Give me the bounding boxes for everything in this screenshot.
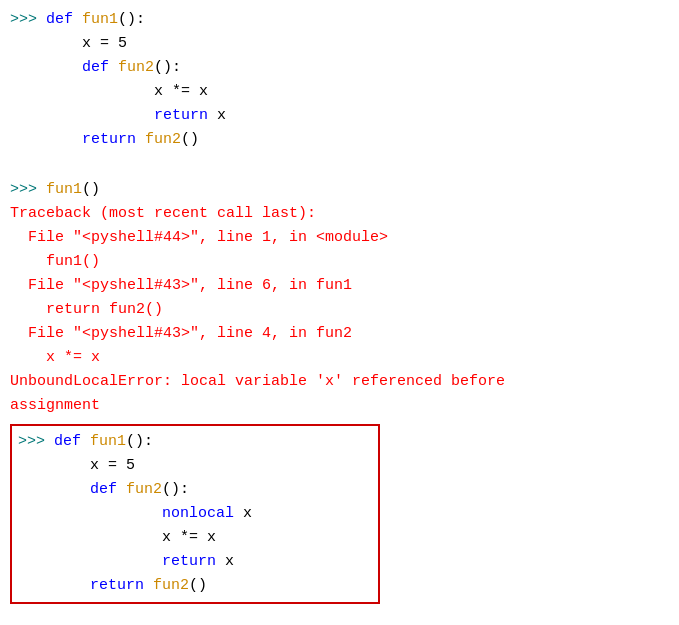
call-fun1: fun1	[46, 181, 82, 198]
kw-return1: return	[154, 107, 217, 124]
x-mul: x *= x	[154, 83, 208, 100]
kw-def2: def	[82, 59, 118, 76]
traceback-header: Traceback (most recent call last):	[10, 205, 316, 222]
code-result: >>> fun1() 25	[10, 610, 679, 625]
nl-x: x	[243, 505, 252, 522]
x-mul2: x *= x	[162, 529, 216, 546]
call-parens1: ()	[82, 181, 100, 198]
section-first-def: >>> def fun1(): x = 5 def fun2(): x *= x…	[10, 8, 679, 152]
section-highlighted: >>> def fun1(): x = 5 def fun2(): nonloc…	[10, 420, 679, 608]
fun2b-parens: ():	[162, 481, 189, 498]
traceback-call3: x *= x	[10, 349, 100, 366]
error-type: UnboundLocalError: local variable 'x' re…	[10, 373, 505, 390]
traceback-file3: File "<pyshell#43>", line 4, in fun2	[10, 325, 352, 342]
fn-fun2: fun2	[118, 59, 154, 76]
kw-nonlocal: nonlocal	[162, 505, 243, 522]
ret-x1: x	[217, 107, 226, 124]
traceback-call1: fun1()	[10, 253, 100, 270]
fn-fun1: fun1	[82, 11, 118, 28]
fun1-parens: ():	[118, 11, 145, 28]
kw-def4: def	[90, 481, 126, 498]
kw-return3: return	[162, 553, 225, 570]
traceback-file1: File "<pyshell#44>", line 1, in <module>	[10, 229, 388, 246]
prompt3: >>>	[18, 433, 54, 450]
ret-fun2b: fun2	[153, 577, 189, 594]
code-first-def: >>> def fun1(): x = 5 def fun2(): x *= x…	[10, 8, 679, 152]
traceback-call2: return fun2()	[10, 301, 163, 318]
prompt1: >>>	[10, 11, 46, 28]
fn-fun2b: fun2	[126, 481, 162, 498]
x-assign2: x = 5	[90, 457, 135, 474]
x-assign: x = 5	[82, 35, 127, 52]
fn-fun1b: fun1	[90, 433, 126, 450]
kw-def3: def	[54, 433, 90, 450]
kw-return4: return	[90, 577, 153, 594]
page-wrapper: >>> def fun1(): x = 5 def fun2(): x *= x…	[10, 8, 679, 625]
kw-def1: def	[46, 11, 82, 28]
highlighted-code-box: >>> def fun1(): x = 5 def fun2(): nonloc…	[10, 424, 380, 604]
ret-parens1: ()	[181, 131, 199, 148]
prompt2: >>>	[10, 181, 46, 198]
ret-x2: x	[225, 553, 234, 570]
kw-return2: return	[82, 131, 145, 148]
ret-parens2: ()	[189, 577, 207, 594]
error-cont: assignment	[10, 397, 100, 414]
section-result: >>> fun1() 25	[10, 610, 679, 625]
fun2-parens: ():	[154, 59, 181, 76]
section-traceback: >>> fun1() Traceback (most recent call l…	[10, 154, 679, 418]
ret-fun2: fun2	[145, 131, 181, 148]
traceback-file2: File "<pyshell#43>", line 6, in fun1	[10, 277, 352, 294]
code-nonlocal-def: >>> def fun1(): x = 5 def fun2(): nonloc…	[18, 430, 372, 598]
code-traceback: >>> fun1() Traceback (most recent call l…	[10, 154, 679, 418]
fun1b-parens: ():	[126, 433, 153, 450]
